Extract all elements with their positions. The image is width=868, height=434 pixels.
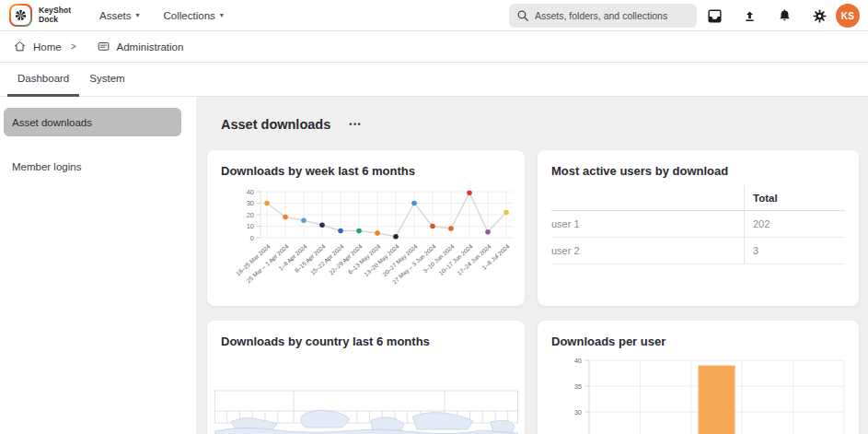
- upload-icon: [741, 7, 758, 25]
- svg-text:0: 0: [250, 234, 254, 242]
- bell-icon: [776, 7, 793, 25]
- chevron-down-icon: ▾: [136, 12, 140, 19]
- table-row: user 1 202: [551, 211, 845, 238]
- card-title: Downloads by week last 6 months: [207, 150, 525, 178]
- svg-text:40: 40: [247, 188, 254, 196]
- breadcrumb-home-label: Home: [33, 41, 62, 53]
- user-avatar[interactable]: KS: [836, 4, 860, 28]
- breadcrumb-home[interactable]: Home: [13, 40, 62, 53]
- breadcrumb-current-label: Administration: [117, 41, 184, 53]
- tab-bar: Dashboard System: [0, 63, 868, 97]
- page-title: Asset downloads: [221, 117, 330, 132]
- sidebar-item-label: Asset downloads: [12, 117, 92, 128]
- active-users-table: Total user 1 202 user 2 3: [551, 185, 845, 264]
- svg-text:10: 10: [247, 222, 254, 230]
- nav-assets-label: Assets: [99, 10, 132, 21]
- dashboard-main: Asset downloads ••• Downloads by week la…: [196, 97, 868, 434]
- inbox-tray-icon: [706, 7, 723, 25]
- administration-icon: [97, 40, 110, 53]
- tab-dashboard[interactable]: Dashboard: [7, 63, 79, 97]
- keyshot-logo-icon: [9, 4, 32, 27]
- svg-text:40: 40: [574, 357, 582, 365]
- breadcrumb-administration[interactable]: Administration: [97, 40, 184, 53]
- nav-assets[interactable]: Assets ▾: [99, 10, 140, 21]
- search-input[interactable]: [535, 10, 689, 21]
- breadcrumb-separator-icon: >: [71, 41, 76, 52]
- global-search[interactable]: [509, 4, 697, 28]
- app-root: KeyShot Dock Assets ▾ Collections ▾: [0, 0, 868, 434]
- svg-text:30: 30: [574, 408, 582, 416]
- tab-system[interactable]: System: [79, 63, 134, 97]
- card-downloads-by-week: Downloads by week last 6 months 01020304…: [207, 150, 525, 306]
- sidebar-item-label: Member logins: [12, 161, 81, 172]
- card-title: Downloads per user: [538, 321, 859, 348]
- settings-button[interactable]: [809, 6, 829, 26]
- nav-collections-label: Collections: [164, 10, 215, 21]
- breadcrumb: Home > Administration: [0, 31, 868, 63]
- sidebar-item-asset-downloads[interactable]: Asset downloads: [4, 108, 181, 136]
- pinwheel-glyph: [13, 7, 29, 23]
- map-landmass: [214, 410, 518, 434]
- navbar-actions: [704, 6, 829, 26]
- card-title: Downloads by country last 6 months: [207, 321, 525, 348]
- weekly-line-chart: 01020304018–25 Mar 202425 Mar – 1 Apr 20…: [207, 182, 525, 293]
- primary-nav: Assets ▾ Collections ▾: [99, 0, 224, 31]
- card-title: Most active users by download: [538, 150, 859, 178]
- svg-text:20: 20: [247, 211, 254, 219]
- table-column-divider: [744, 185, 745, 264]
- chevron-down-icon: ▾: [220, 12, 224, 19]
- total-cell: 202: [744, 218, 845, 229]
- keyshot-dock-logo[interactable]: KeyShot Dock: [9, 4, 71, 27]
- card-most-active-users: Most active users by download Total user…: [538, 150, 859, 306]
- logo-wordmark: KeyShot Dock: [39, 6, 71, 24]
- table-header-row: Total: [551, 185, 845, 211]
- inbox-tray-button[interactable]: [704, 6, 724, 26]
- user-name-cell: user 2: [551, 245, 744, 256]
- card-downloads-per-user: Downloads per user 40353025201510: [538, 321, 859, 434]
- svg-text:30: 30: [247, 199, 254, 207]
- upload-button[interactable]: [739, 6, 759, 26]
- table-row: user 2 3: [551, 238, 845, 264]
- sidebar-item-member-logins[interactable]: Member logins: [4, 152, 181, 181]
- search-icon: [516, 9, 529, 22]
- tab-dashboard-label: Dashboard: [17, 73, 69, 84]
- total-cell: 3: [744, 245, 845, 256]
- nav-collections[interactable]: Collections ▾: [164, 10, 224, 21]
- card-downloads-by-country: Downloads by country last 6 months: [207, 321, 525, 434]
- table-header-total: Total: [744, 193, 845, 204]
- svg-text:35: 35: [574, 382, 582, 391]
- tab-system-label: System: [89, 73, 124, 84]
- world-map-chart: [214, 387, 518, 434]
- top-navbar: KeyShot Dock Assets ▾ Collections ▾: [0, 0, 868, 31]
- section-header: Asset downloads •••: [221, 117, 362, 132]
- avatar-initials: KS: [841, 11, 855, 21]
- settings-sidebar: Asset downloads Member logins: [0, 97, 196, 434]
- more-options-icon[interactable]: •••: [349, 120, 362, 129]
- gear-icon: [811, 7, 828, 25]
- user-name-cell: user 1: [551, 218, 744, 229]
- per-user-bar-chart: 40353025201510: [538, 348, 859, 434]
- notifications-button[interactable]: [774, 6, 794, 26]
- home-icon: [13, 40, 27, 53]
